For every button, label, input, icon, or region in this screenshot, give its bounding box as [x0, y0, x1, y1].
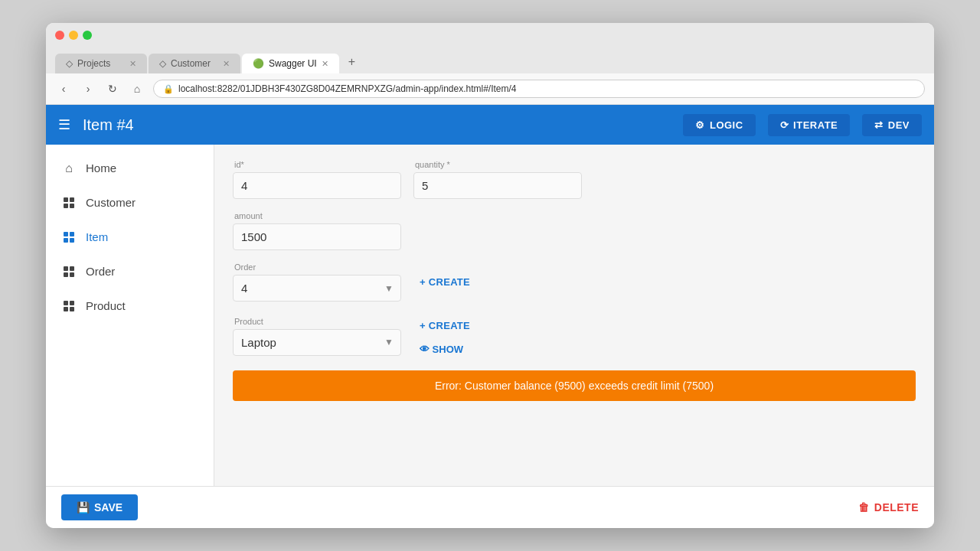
iterate-button[interactable]: ⟳ ITERATE	[768, 114, 851, 136]
delete-icon: 🗑	[858, 501, 870, 514]
sidebar-item-home[interactable]: ⌂ Home	[46, 151, 214, 185]
product-select-wrapper: Laptop ▼	[233, 329, 401, 356]
id-input[interactable]	[233, 172, 401, 199]
sidebar-item-product[interactable]: Product	[46, 289, 214, 323]
order-label: Order	[233, 262, 401, 272]
url-bar[interactable]: 🔒 localhost:8282/01JDBH3F430ZG8D04ZEMRNP…	[153, 80, 925, 98]
id-field-group: id*	[233, 160, 401, 199]
lock-icon: 🔒	[163, 84, 174, 94]
tab-swagger-close[interactable]: ✕	[322, 59, 328, 69]
amount-field-group: amount	[233, 211, 401, 250]
reload-button[interactable]: ↻	[104, 80, 121, 97]
back-button[interactable]: ‹	[55, 80, 72, 97]
delete-button[interactable]: 🗑 DELETE	[858, 501, 919, 514]
bottom-bar: 💾 SAVE 🗑 DELETE	[46, 486, 934, 528]
customer-grid-icon	[61, 197, 77, 209]
minimize-window-button[interactable]	[69, 31, 78, 40]
error-banner: Error: Customer balance (9500) exceeds c…	[233, 370, 916, 401]
url-text: localhost:8282/01JDBH3F430ZG8D04ZEMRNPXZ…	[178, 83, 517, 94]
sidebar-home-label: Home	[86, 161, 116, 174]
logic-icon: ⚙	[695, 119, 705, 131]
maximize-window-button[interactable]	[83, 31, 92, 40]
forward-button[interactable]: ›	[80, 80, 96, 97]
app-content: ⌂ Home Customer Item	[46, 145, 934, 486]
quantity-label: quantity *	[413, 160, 582, 169]
sidebar-product-label: Product	[86, 299, 126, 312]
show-product-button[interactable]: 👁 SHOW	[420, 341, 470, 358]
order-row: Order 4 ▼ + CREATE	[233, 262, 916, 302]
id-quantity-row: id* quantity *	[233, 160, 916, 199]
new-tab-button[interactable]: +	[341, 51, 363, 73]
logic-button[interactable]: ⚙ LOGIC	[683, 114, 755, 136]
sidebar-item-customer[interactable]: Customer	[46, 185, 214, 220]
order-grid-icon	[61, 266, 77, 278]
order-field-group: Order 4 ▼	[233, 262, 401, 302]
dev-button[interactable]: ⇄ DEV	[862, 114, 922, 136]
order-select[interactable]: 4	[233, 275, 401, 302]
order-action-btns: + CREATE	[420, 270, 470, 294]
hamburger-icon[interactable]: ☰	[58, 116, 70, 133]
logic-label: LOGIC	[710, 119, 743, 131]
tab-swagger-icon: 🟢	[253, 58, 264, 69]
tab-projects[interactable]: ◇ Projects ✕	[55, 54, 147, 73]
sidebar-order-label: Order	[86, 265, 115, 278]
amount-input[interactable]	[233, 223, 401, 250]
address-bar: ‹ › ↻ ⌂ 🔒 localhost:8282/01JDBH3F430ZG8D…	[46, 73, 934, 105]
delete-label: DELETE	[874, 501, 919, 514]
browser-controls	[55, 31, 925, 40]
save-label: SAVE	[94, 501, 122, 514]
sidebar-item-label: Item	[86, 230, 108, 243]
home-nav-button[interactable]: ⌂	[129, 80, 145, 97]
order-select-wrapper: 4 ▼	[233, 275, 401, 302]
sidebar-item-order[interactable]: Order	[46, 254, 214, 289]
app-title: Item #4	[83, 116, 671, 134]
quantity-field-group: quantity *	[413, 160, 582, 199]
tab-projects-close[interactable]: ✕	[129, 59, 136, 69]
sidebar-item-item[interactable]: Item	[46, 220, 214, 254]
tab-projects-label: Projects	[77, 58, 110, 69]
amount-row: amount	[233, 211, 916, 250]
create-order-button[interactable]: + CREATE	[420, 270, 470, 294]
product-select[interactable]: Laptop	[233, 329, 401, 356]
product-grid-icon	[61, 300, 77, 312]
iterate-icon: ⟳	[780, 119, 789, 131]
form-area: Admin App 4 Table Transaction, Automated…	[214, 145, 934, 486]
tab-projects-icon: ◇	[66, 58, 73, 69]
product-row: Product Laptop ▼ + CREATE 👁 SHOW	[233, 314, 916, 358]
id-label: id*	[233, 160, 401, 169]
item-grid-icon	[61, 231, 77, 243]
close-window-button[interactable]	[55, 31, 64, 40]
tab-customer-close[interactable]: ✕	[223, 59, 230, 69]
create-product-button[interactable]: + CREATE	[420, 314, 470, 337]
sidebar: ⌂ Home Customer Item	[46, 145, 214, 486]
error-message: Error: Customer balance (9500) exceeds c…	[435, 380, 714, 392]
quantity-input[interactable]	[413, 172, 582, 199]
tab-swagger-label: Swagger UI	[269, 58, 317, 69]
tab-customer[interactable]: ◇ Customer ✕	[149, 54, 240, 73]
dev-label: DEV	[888, 119, 910, 131]
browser-titlebar: ◇ Projects ✕ ◇ Customer ✕ 🟢 Swagger UI ✕…	[46, 23, 934, 73]
home-icon: ⌂	[61, 162, 77, 174]
amount-label: amount	[233, 211, 401, 220]
product-action-btns: + CREATE 👁 SHOW	[420, 314, 470, 358]
save-icon: 💾	[77, 501, 90, 514]
tab-customer-icon: ◇	[159, 58, 166, 69]
iterate-label: ITERATE	[793, 119, 838, 131]
dev-icon: ⇄	[874, 119, 884, 131]
save-button[interactable]: 💾 SAVE	[61, 494, 138, 520]
sidebar-customer-label: Customer	[86, 196, 136, 209]
app-body: ☰ Item #4 ⚙ LOGIC ⟳ ITERATE ⇄ DEV ⌂ Home	[46, 105, 934, 528]
tabs-bar: ◇ Projects ✕ ◇ Customer ✕ 🟢 Swagger UI ✕…	[55, 51, 925, 73]
app-topnav: ☰ Item #4 ⚙ LOGIC ⟳ ITERATE ⇄ DEV	[46, 105, 934, 145]
product-label: Product	[233, 317, 401, 326]
tab-swagger[interactable]: 🟢 Swagger UI ✕	[242, 54, 339, 73]
product-field-group: Product Laptop ▼	[233, 317, 401, 356]
browser-window: ◇ Projects ✕ ◇ Customer ✕ 🟢 Swagger UI ✕…	[46, 23, 934, 528]
tab-customer-label: Customer	[171, 58, 211, 69]
